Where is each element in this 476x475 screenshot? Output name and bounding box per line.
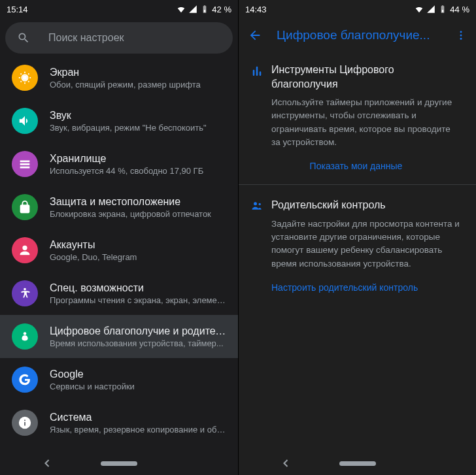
bars-icon: [250, 63, 271, 171]
setting-title: Экран: [50, 67, 226, 78]
setting-subtitle: Язык, время, резервное копирование и обн…: [50, 425, 226, 434]
search-placeholder: Поиск настроек: [48, 32, 124, 44]
battery-percent: 42 %: [212, 5, 231, 14]
google-icon: [12, 367, 38, 393]
status-right: 44 %: [415, 5, 469, 14]
accessibility-icon: [12, 280, 38, 306]
signal-icon: [426, 5, 435, 14]
lock-icon: [12, 194, 38, 220]
status-bar: 14:43 44 %: [239, 0, 476, 18]
setting-subtitle: Звук, вибрация, режим "Не беспокоить": [50, 123, 226, 133]
setting-subtitle: Программы чтения с экрана, экран, элемен…: [50, 295, 226, 305]
settings-item-storage[interactable]: Хранилище Используется 44 %, свободно 17…: [0, 142, 238, 186]
status-time: 15:14: [7, 5, 28, 14]
settings-item-display[interactable]: Экран Обои, спящий режим, размер шрифта: [0, 56, 238, 99]
settings-item-accessibility[interactable]: Спец. возможности Программы чтения с экр…: [0, 272, 238, 315]
app-bar: Цифровое благополучие...: [239, 18, 476, 52]
signal-icon: [188, 5, 197, 14]
section-title: Инструменты Цифрового благополучия: [271, 63, 462, 91]
section-description: Задайте настройки для просмотра контента…: [271, 218, 462, 270]
status-bar: 15:14 42 %: [0, 0, 238, 18]
wifi-icon: [177, 5, 186, 14]
setting-title: Система: [50, 412, 226, 423]
svg-point-6: [460, 38, 462, 40]
setting-subtitle: Google, Duo, Telegram: [50, 252, 226, 262]
section-wellbeing-tools: Инструменты Цифрового благополучия Испол…: [239, 52, 476, 182]
wellbeing-screen: 14:43 44 % Цифровое благополучие... Инст…: [238, 0, 476, 475]
settings-item-sound[interactable]: Звук Звук, вибрация, режим "Не беспокоит…: [0, 99, 238, 142]
svg-point-0: [22, 75, 27, 80]
wifi-icon: [415, 5, 424, 14]
settings-screen: 15:14 42 % Поиск настроек Экран Обои, сп…: [0, 0, 238, 475]
home-pill[interactable]: [339, 461, 376, 466]
back-nav-icon[interactable]: [41, 457, 54, 470]
svg-point-5: [460, 35, 462, 37]
nav-bar: [239, 451, 476, 475]
setting-subtitle: Блокировка экрана, цифровой отпечаток: [50, 209, 226, 219]
battery-percent: 44 %: [450, 5, 469, 14]
setting-title: Аккаунты: [50, 239, 226, 251]
status-right: 42 %: [177, 5, 231, 14]
storage-icon: [12, 151, 38, 177]
family-icon: [250, 198, 271, 293]
back-nav-icon[interactable]: [279, 457, 292, 470]
search-bar[interactable]: Поиск настроек: [5, 22, 233, 54]
setting-title: Цифровое благополучие и родительский..: [50, 325, 226, 337]
setting-title: Хранилище: [50, 153, 226, 165]
setting-title: Google: [50, 369, 226, 380]
home-pill[interactable]: [101, 461, 137, 466]
settings-item-system[interactable]: Система Язык, время, резервное копирован…: [0, 401, 238, 444]
section-description: Используйте таймеры приложений и другие …: [271, 96, 462, 149]
display-icon: [12, 65, 38, 91]
info-icon: [12, 410, 38, 436]
svg-point-1: [24, 288, 26, 291]
nav-bar: [0, 451, 238, 475]
section-title: Родительский контроль: [271, 198, 462, 212]
setting-title: Спец. возможности: [50, 282, 226, 294]
svg-point-4: [460, 31, 462, 33]
settings-list[interactable]: Экран Обои, спящий режим, размер шрифта …: [0, 56, 238, 451]
wellbeing-icon: [12, 323, 38, 350]
page-title: Цифровое благополучие...: [277, 28, 441, 42]
setup-parental-link[interactable]: Настроить родительский контроль: [271, 282, 462, 293]
setting-subtitle: Сервисы и настройки: [50, 382, 226, 391]
settings-item-accounts[interactable]: Аккаунты Google, Duo, Telegram: [0, 229, 238, 272]
svg-point-8: [259, 203, 261, 205]
settings-item-security[interactable]: Защита и местоположение Блокировка экран…: [0, 186, 238, 229]
setting-title: Звук: [50, 110, 226, 122]
settings-item-google[interactable]: Google Сервисы и настройки: [0, 358, 238, 401]
show-data-link[interactable]: Показать мои данные: [250, 161, 462, 171]
more-icon[interactable]: [455, 29, 467, 41]
section-parental-control: Родительский контроль Задайте настройки …: [239, 188, 476, 303]
setting-subtitle: Время использования устройства, таймер..…: [50, 338, 226, 348]
setting-subtitle: Используется 44 %, свободно 17,90 ГБ: [50, 166, 226, 176]
account-icon: [12, 237, 38, 263]
settings-item-wellbeing[interactable]: Цифровое благополучие и родительский.. В…: [0, 315, 238, 358]
svg-point-7: [254, 202, 257, 205]
divider: [239, 184, 476, 185]
setting-subtitle: Обои, спящий режим, размер шрифта: [50, 80, 226, 90]
search-icon: [17, 31, 30, 44]
status-time: 14:43: [245, 5, 267, 14]
back-icon[interactable]: [248, 28, 262, 42]
sound-icon: [12, 108, 38, 134]
battery-icon: [200, 5, 209, 14]
battery-icon: [438, 5, 447, 14]
svg-point-2: [24, 332, 27, 335]
setting-title: Защита и местоположение: [50, 196, 226, 208]
